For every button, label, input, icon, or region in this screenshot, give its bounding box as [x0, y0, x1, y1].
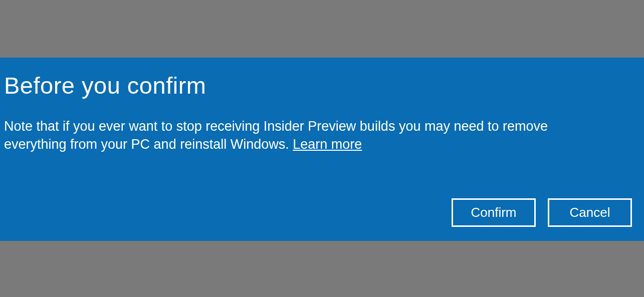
dialog-body: Note that if you ever want to stop recei…: [4, 117, 555, 154]
dialog-button-row: Confirm Cancel: [452, 198, 632, 227]
confirm-button[interactable]: Confirm: [452, 198, 536, 227]
confirm-dialog: Before you confirm Note that if you ever…: [0, 58, 644, 241]
cancel-button[interactable]: Cancel: [548, 198, 632, 227]
dialog-note-text: Note that if you ever want to stop recei…: [4, 119, 548, 152]
dialog-title: Before you confirm: [4, 72, 629, 99]
learn-more-link[interactable]: Learn more: [293, 137, 362, 152]
